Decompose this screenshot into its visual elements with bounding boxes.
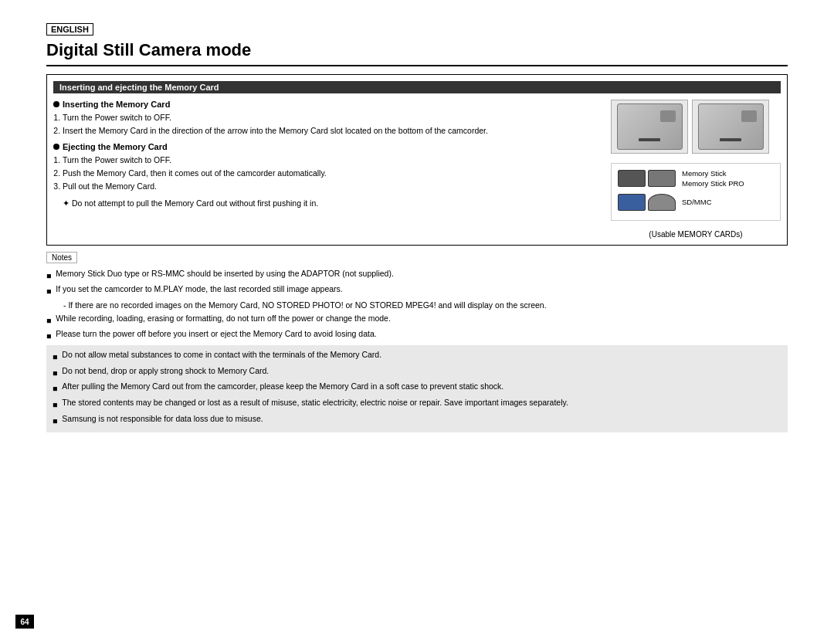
- page-number: 64: [15, 615, 34, 629]
- right-content: Memory Stick Memory Stick PRO SD/MMC (Us…: [611, 100, 781, 239]
- highlighted-note-1: ■ Do not allow metal substances to come …: [53, 349, 781, 363]
- note-item-4: ■ Please turn the power off before you i…: [46, 328, 788, 342]
- highlighted-note-4: ■ The stored contents may be changed or …: [53, 397, 781, 411]
- camera-images: [611, 100, 781, 154]
- inserting-steps: Turn the Power switch to OFF. Insert the…: [63, 112, 599, 136]
- camera-detail-1: [660, 110, 676, 122]
- memory-card-row-1: Memory Stick Memory Stick PRO: [618, 168, 774, 189]
- main-section: Inserting and ejecting the Memory Card I…: [46, 74, 788, 246]
- usable-label: (Usable MEMORY CARDs): [611, 230, 781, 239]
- section-header: Inserting and ejecting the Memory Card: [53, 81, 781, 93]
- note-bullet-2: ■: [46, 286, 51, 297]
- h-bullet-4: ■: [53, 399, 57, 411]
- list-item: Turn the Power switch to OFF.: [63, 112, 599, 124]
- note-item-2: ■ If you set the camcorder to M.PLAY mod…: [46, 283, 788, 297]
- list-item: Push the Memory Card, then it comes out …: [63, 168, 599, 179]
- sd-card-icon: [618, 194, 646, 211]
- camera-body-2: [698, 103, 764, 150]
- content-area: Inserting the Memory Card Turn the Power…: [53, 100, 781, 239]
- camera-detail-2: [741, 110, 757, 122]
- list-item: Pull out the Memory Card.: [63, 181, 599, 192]
- camera-image-1: [611, 100, 688, 154]
- h-bullet-5: ■: [53, 415, 57, 427]
- h-bullet-1: ■: [53, 351, 57, 363]
- ejecting-steps: Turn the Power switch to OFF. Push the M…: [63, 154, 599, 192]
- memory-cards-section: Memory Stick Memory Stick PRO SD/MMC: [611, 163, 781, 221]
- ejecting-section: Ejecting the Memory Card Turn the Power …: [53, 142, 599, 209]
- cross-note: Do not attempt to pull the Memory Card o…: [63, 198, 599, 209]
- language-badge: ENGLISH: [46, 23, 93, 36]
- ejecting-title: Ejecting the Memory Card: [53, 142, 599, 151]
- h-bullet-2: ■: [53, 368, 57, 379]
- note-bullet-4: ■: [46, 330, 51, 342]
- highlighted-note-3: ■ After pulling the Memory Card out from…: [53, 381, 781, 395]
- bullet-icon: [53, 101, 59, 107]
- memory-stick-label: Memory Stick Memory Stick PRO: [682, 168, 744, 189]
- inserting-section: Inserting the Memory Card Turn the Power…: [53, 100, 599, 136]
- h-bullet-3: ■: [53, 383, 57, 395]
- note-bullet-3: ■: [46, 315, 51, 327]
- note-item-1: ■ Memory Stick Duo type or RS-MMC should…: [46, 268, 788, 282]
- list-item: Turn the Power switch to OFF.: [63, 154, 599, 166]
- bullet-icon: [53, 144, 59, 150]
- notes-section: Notes ■ Memory Stick Duo type or RS-MMC …: [46, 252, 788, 433]
- memory-stick-pro-icon: [648, 170, 676, 187]
- camera-slot-2: [720, 138, 741, 141]
- notes-label: Notes: [46, 252, 77, 263]
- note-item-3: ■ While recording, loading, erasing or f…: [46, 313, 788, 327]
- sd-label: SD/MMC: [682, 197, 712, 207]
- highlighted-notes: ■ Do not allow metal substances to come …: [46, 345, 788, 432]
- highlighted-note-2: ■ Do not bend, drop or apply strong shoc…: [53, 365, 781, 379]
- camera-body-1: [617, 103, 683, 150]
- mmc-card-icon: [648, 194, 676, 211]
- page-container: ENGLISH Digital Still Camera mode Insert…: [0, 0, 834, 644]
- page-title: Digital Still Camera mode: [46, 40, 788, 66]
- memory-card-row-2: SD/MMC: [618, 194, 774, 211]
- inserting-title: Inserting the Memory Card: [53, 100, 599, 109]
- camera-slot-1: [639, 138, 660, 141]
- memory-stick-icon: [618, 170, 646, 187]
- note-sub-1: If there are no recorded images on the M…: [63, 300, 788, 311]
- left-content: Inserting the Memory Card Turn the Power…: [53, 100, 599, 239]
- list-item: Insert the Memory Card in the direction …: [63, 125, 599, 137]
- camera-image-2: [692, 100, 769, 154]
- highlighted-note-5: ■ Samsung is not responsible for data lo…: [53, 413, 781, 427]
- note-bullet-1: ■: [46, 270, 51, 282]
